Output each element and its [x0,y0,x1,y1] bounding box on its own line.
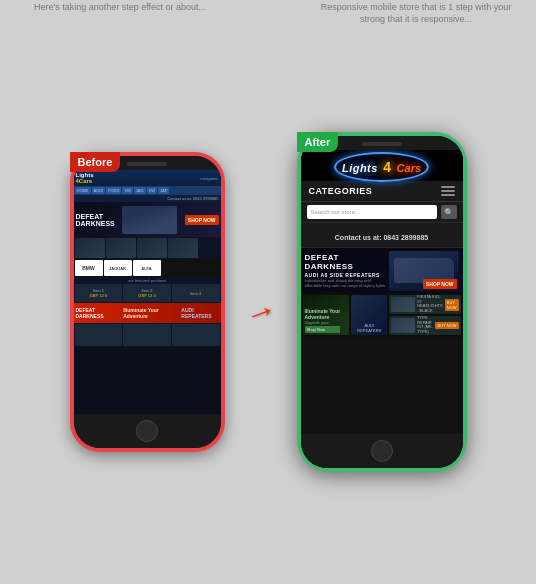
before-nav-bar: HOME AUDI FORD VW JAG VW JAP [74,186,221,195]
nav-jap[interactable]: JAP [158,187,169,194]
after-products-grid: Illuminate Your Adventure Upgrade your S… [301,293,463,337]
top-text-right: Responsive mobile store that is 1 step w… [316,2,516,25]
search-input[interactable]: Search our store... [307,205,437,219]
arrow-area: → [245,294,277,331]
search-button[interactable]: 🔍 [441,205,457,219]
banner-desc: Individualize and shows the easy and aff… [305,279,389,289]
hamburger-icon[interactable] [441,186,455,196]
before-banner: DEFEAT DARKNESS SHOP NOW [74,202,221,237]
nav-ford[interactable]: FORD [106,187,121,194]
prod-info-1: FORD FIESTA 8 02-07 HEADLIGHTS - BLACK G… [417,295,443,314]
after-shop-now[interactable]: SHOP NOW [423,279,457,289]
defeat2-content: DEFEAT DARKNESS Illuminate Your Adventur… [76,307,219,319]
after-prod-small-2: TRIM BUS UP TYPE REPAIR KIT (MK. TYPE) G… [389,316,460,335]
after-phone: Lights 4 Cars CATEGORIES [297,132,467,472]
featured-row: Item 1 GBP 12.9 Item 2 GBP 12.9 Item 3 [75,284,220,302]
categories-label: CATEGORIES [309,186,373,196]
after-prod-big: Illuminate Your Adventure Upgrade your S… [303,295,350,335]
before-car-img [122,206,177,234]
audi-repeaters-label: AUDI REPEATERS [353,323,385,333]
nav-home[interactable]: HOME [75,187,91,194]
after-contact-bar: Contact us at: 0843 2899885 [301,223,463,248]
nav-audi[interactable]: AUDI [92,187,106,194]
after-prod-middle: FORD FIESTA 8 02-07 HEADLIGHTS - BLACK G… [389,295,460,335]
prod-name-1: FORD FIESTA 8 02-07 HEADLIGHTS - BLACK [417,295,443,314]
brand-jaguar: JAGUAR [104,260,132,276]
before-brand-row: BMW JAGUAR ALFA [74,259,221,277]
phone-container: Lights 4Cars navigation HOME AUDI FORD V [70,132,467,472]
buy-now-btn-2[interactable]: BUY NOW [435,322,458,329]
before-bottom-products [74,323,221,347]
after-phone-inner: Lights 4 Cars CATEGORIES [301,136,463,468]
before-products-row [74,237,221,259]
banner-left: DEFEAT DARKNESS AUDI A8 SIDE REPEATERS I… [305,253,389,289]
prod-thumb-4 [168,238,198,258]
after-home-btn[interactable] [371,440,393,462]
brand-alfa: ALFA [133,260,161,276]
buy-now-btn-1[interactable]: BUY NOW [445,299,459,311]
after-contact-text: Contact us at: 0843 2899885 [335,234,428,241]
bottom-prod-3 [172,324,220,346]
nav-vw[interactable]: VW [122,187,132,194]
before-header-nav: navigation [200,176,218,181]
comparison-arrow: → [239,289,282,335]
before-screen: Lights 4Cars navigation HOME AUDI FORD V [74,170,221,414]
before-screen-content: Lights 4Cars navigation HOME AUDI FORD V [74,170,221,414]
prod-thumb-3 [137,238,167,258]
before-featured: our featured products Item 1 GBP 12.9 It… [74,277,221,303]
nav-jag[interactable]: JAG [134,187,146,194]
shop-now-btn[interactable]: Shop Now [305,326,341,333]
before-defeat2: DEFEAT DARKNESS Illuminate Your Adventur… [74,303,221,323]
feat-item-2: Item 2 GBP 12.9 [123,284,171,302]
car-shape [122,206,177,234]
hamburger-line-3 [441,194,455,196]
prod-thumb-1 [75,238,105,258]
feat-price-2: GBP 12.9 [138,293,155,298]
defeat-darkness-big: DEFEAT DARKNESS AUDI A8 SIDE REPEATERS [305,253,389,278]
before-home-btn[interactable] [136,420,158,442]
logo-lights: Lights [342,162,378,174]
lights4cars-logo: Lights 4 Cars [342,158,421,176]
top-text-left: Here's taking another step effect or abo… [20,2,220,14]
prod-name-2: TRIM BUS UP TYPE REPAIR KIT (MK. TYPE) [417,316,433,335]
after-phone-wrap: Lights 4 Cars CATEGORIES [297,132,467,472]
nav-vw2[interactable]: VW [147,187,157,194]
prod-thumb-img-2 [391,318,415,333]
before-defeat-text: DEFEAT [76,213,115,220]
search-placeholder: Search our store... [311,209,360,215]
before-contact: Contact us at: 0843 2899885 [74,195,221,202]
feat-label-3: Item 3 [190,291,201,296]
before-defeat-text2: DARKNESS [76,220,115,227]
banner-car-area: SHOP NOW [389,251,459,291]
bottom-prod-2 [123,324,171,346]
search-icon: 🔍 [444,208,454,217]
before-phone: Lights 4Cars navigation HOME AUDI FORD V [70,152,225,452]
logo-cars: Cars [397,162,421,174]
before-phone-inner: Lights 4Cars navigation HOME AUDI FORD V [74,156,221,448]
after-logo-section: Lights 4 Cars [301,150,463,181]
after-speaker [362,142,402,146]
feat-item-3: Item 3 [172,284,220,302]
after-badge: After [297,132,339,152]
prod-info-2: TRIM BUS UP TYPE REPAIR KIT (MK. TYPE) G… [417,316,433,335]
after-banner: DEFEAT DARKNESS AUDI A8 SIDE REPEATERS I… [301,248,463,293]
before-bottom-bar [74,414,221,448]
feat-price-1: GBP 12.9 [90,293,107,298]
after-screen: Lights 4 Cars CATEGORIES [301,150,463,434]
audi-repeaters-prod: AUDI REPEATERS [351,295,387,335]
before-phone-wrap: Lights 4Cars navigation HOME AUDI FORD V [70,152,225,452]
before-header: Lights 4Cars navigation [74,170,221,186]
logo-4: 4 [383,159,391,175]
before-shop-now[interactable]: SHOP NOW [185,215,219,225]
prod-thumb-img-1 [391,297,415,312]
hamburger-line-2 [441,190,455,192]
page-wrapper: Here's taking another step effect or abo… [0,0,536,584]
before-speaker [127,162,167,166]
illuminate-sub: Upgrade your [305,320,341,325]
after-bottom-bar [301,434,463,468]
after-categories-bar[interactable]: CATEGORIES [301,181,463,202]
hamburger-line-1 [441,186,455,188]
before-logo: Lights 4Cars [76,172,94,184]
illuminate-label: Illuminate Your Adventure [305,308,341,320]
bottom-prod-1 [75,324,123,346]
